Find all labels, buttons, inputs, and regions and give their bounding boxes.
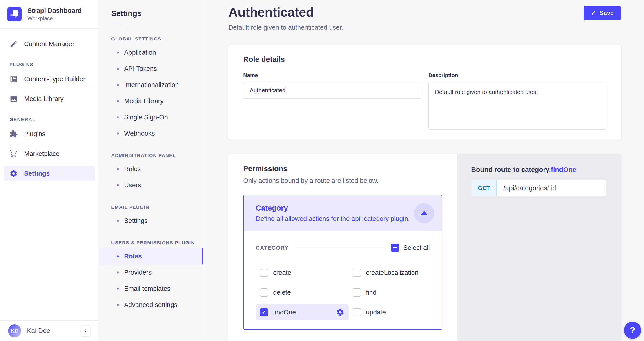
subnav-item-label: Webhooks xyxy=(124,130,155,137)
findone-settings-button[interactable] xyxy=(336,308,344,316)
subnav-item-label: Providers xyxy=(124,269,152,276)
permission-update[interactable]: update xyxy=(349,304,430,320)
subnav-section-email-plugin: EMAIL PLUGIN xyxy=(111,204,203,210)
subnav-item-label: Advanced settings xyxy=(124,301,177,309)
sidebar-item-content-type-builder[interactable]: Content-Type Builder xyxy=(4,72,95,87)
permission-findone[interactable]: ✓ findOne xyxy=(256,304,349,320)
chevron-up-icon xyxy=(420,211,428,215)
permission-createlocalization[interactable]: createLocalization xyxy=(349,264,430,281)
bullet-icon xyxy=(117,68,119,70)
permission-create[interactable]: create xyxy=(256,264,349,281)
subnav-item-label: Roles xyxy=(124,165,141,173)
sidebar-nav: Content Manager PLUGINS Content-Type Bui… xyxy=(0,29,99,320)
sidebar-section-plugins: PLUGINS xyxy=(10,62,95,67)
page-header: Authenticated ✓ Save xyxy=(228,0,621,20)
subnav-item-advanced-settings[interactable]: Advanced settings xyxy=(99,297,203,313)
sidebar-item-media-library[interactable]: Media Library xyxy=(4,92,95,106)
sidebar-item-content-manager[interactable]: Content Manager xyxy=(4,37,95,52)
route-display: GET /api/categories/:id xyxy=(471,180,606,196)
subnav-item-email-templates[interactable]: Email templates xyxy=(99,280,203,297)
name-field-group: Name xyxy=(243,72,421,130)
subnav-item-label: Internationalization xyxy=(124,81,179,89)
bound-route-method: .findOne xyxy=(549,166,576,173)
check-icon: ✓ xyxy=(591,10,596,17)
permissions-subtitle: Only actions bound by a route are listed… xyxy=(243,177,442,184)
select-all-checkbox[interactable] xyxy=(391,244,399,252)
sidebar-item-marketplace[interactable]: Marketplace xyxy=(4,146,95,161)
permission-delete[interactable]: delete xyxy=(256,284,349,300)
sidebar-item-label: Media Library xyxy=(24,95,64,103)
subnav-item-webhooks[interactable]: Webhooks xyxy=(99,125,203,142)
bullet-icon xyxy=(117,116,119,118)
sidebar-item-plugins[interactable]: Plugins xyxy=(4,127,95,142)
name-input[interactable] xyxy=(243,82,421,99)
page-title: Authenticated xyxy=(228,5,314,20)
subnav-item-api-tokens[interactable]: API Tokens xyxy=(99,61,203,77)
subnav-item-label: API Tokens xyxy=(124,65,157,73)
subnav-item-label: Single Sign-On xyxy=(124,114,168,121)
select-all-control[interactable]: Select all xyxy=(391,244,430,252)
bound-route-title: Bound route to category.findOne xyxy=(471,166,621,173)
sidebar-item-label: Marketplace xyxy=(24,150,60,157)
category-accordion-body: CATEGORY Select all create xyxy=(244,231,442,329)
layout-icon xyxy=(10,75,18,83)
subnav-item-admin-users[interactable]: Users xyxy=(99,177,203,193)
main-sidebar: Strapi Dashboard Workplace Content Manag… xyxy=(0,0,99,341)
subnav-item-up-roles[interactable]: Roles xyxy=(99,248,203,264)
gear-icon xyxy=(336,308,344,316)
sidebar-footer: KD Kai Doe ‹ xyxy=(0,320,99,341)
indeterminate-icon xyxy=(393,247,397,248)
sidebar-collapse-button[interactable]: ‹ xyxy=(80,325,90,336)
save-button[interactable]: ✓ Save xyxy=(584,6,621,20)
category-accordion-header[interactable]: Category Define all allowed actions for … xyxy=(244,195,442,231)
subnav-item-single-sign-on[interactable]: Single Sign-On xyxy=(99,109,203,125)
bullet-icon xyxy=(117,168,119,170)
select-all-label: Select all xyxy=(403,244,430,251)
sidebar-item-label: Content Manager xyxy=(24,40,74,48)
bullet-icon xyxy=(117,271,119,273)
checkbox-find[interactable] xyxy=(353,288,361,297)
subnav-item-providers[interactable]: Providers xyxy=(99,264,203,280)
permission-label: update xyxy=(366,309,386,316)
brand-text: Strapi Dashboard Workplace xyxy=(28,7,82,22)
bullet-icon xyxy=(117,184,119,186)
bullet-icon xyxy=(117,133,119,135)
main-content: Authenticated ✓ Save Default role given … xyxy=(204,0,644,341)
subnav-section-users-permissions-plugin: USERS & PERMISSIONS PLUGIN xyxy=(111,240,203,245)
subnav-item-label: Roles xyxy=(124,253,142,260)
workspace-brand[interactable]: Strapi Dashboard Workplace xyxy=(0,0,99,29)
workspace-subtitle: Workplace xyxy=(28,15,82,22)
permission-label: find xyxy=(366,289,376,296)
checkbox-update[interactable] xyxy=(353,308,361,316)
sidebar-item-label: Settings xyxy=(24,170,50,177)
subnav-item-label: Email templates xyxy=(124,285,170,292)
description-field-group: Description Default role given to authen… xyxy=(428,72,606,130)
permission-label: delete xyxy=(273,289,291,296)
bullet-icon xyxy=(117,100,119,102)
sidebar-item-settings[interactable]: Settings xyxy=(4,166,95,181)
subnav-item-admin-roles[interactable]: Roles xyxy=(99,161,203,177)
subnav-title: Settings xyxy=(111,9,203,18)
subnav-item-media-library[interactable]: Media Library xyxy=(99,93,203,109)
help-button[interactable]: ? xyxy=(624,322,641,339)
permissions-grid: create createLocalization delete xyxy=(256,264,430,320)
description-label: Description xyxy=(428,72,606,79)
subnav-divider xyxy=(111,25,121,25)
checkbox-delete[interactable] xyxy=(260,288,268,297)
subnav-item-email-settings[interactable]: Settings xyxy=(99,213,203,229)
gear-icon xyxy=(10,169,18,178)
checkbox-createlocalization[interactable] xyxy=(353,268,361,277)
permission-label: createLocalization xyxy=(366,269,418,276)
description-textarea[interactable]: Default role given to authenticated user… xyxy=(428,82,606,130)
permissions-heading: Permissions xyxy=(243,164,442,173)
subnav-item-application[interactable]: Application xyxy=(99,44,203,61)
subnav-item-label: Users xyxy=(124,182,141,189)
checkbox-create[interactable] xyxy=(260,268,268,277)
permission-label: create xyxy=(273,269,291,276)
permission-find[interactable]: find xyxy=(349,284,430,300)
subnav-item-internationalization[interactable]: Internationalization xyxy=(99,77,203,93)
checkbox-findone[interactable]: ✓ xyxy=(260,308,268,316)
bullet-icon xyxy=(117,288,119,290)
accordion-collapse-button[interactable] xyxy=(414,203,434,223)
user-avatar[interactable]: KD xyxy=(8,324,21,337)
